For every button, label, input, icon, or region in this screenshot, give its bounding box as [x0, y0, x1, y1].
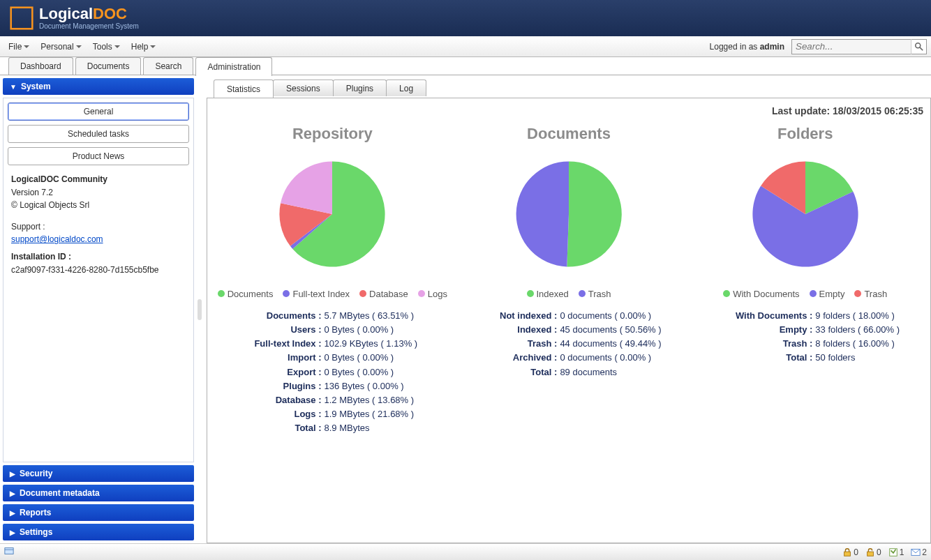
menu-tools[interactable]: Tools: [89, 39, 124, 54]
sidebar-section-reports[interactable]: ▶Reports: [3, 504, 194, 521]
logged-in-label: Logged in as admin: [710, 42, 784, 52]
status-messages[interactable]: 2: [911, 547, 927, 557]
sidebar-btn-general[interactable]: General: [8, 103, 189, 121]
svg-point-1: [915, 43, 920, 47]
chart-documents: DocumentsIndexedTrashNot indexed : 0 doc…: [451, 125, 687, 435]
last-update: Last update: 18/03/2015 06:25:35: [214, 105, 923, 116]
charts-row: RepositoryDocumentsFull-text IndexDataba…: [214, 125, 923, 435]
install-id: c2af9097-f331-4226-8280-7d155cb5fbe: [11, 264, 186, 277]
svg-rect-5: [844, 552, 851, 556]
content-area: ▼System General Scheduled tasks Product …: [0, 75, 931, 543]
subtab-statistics[interactable]: Statistics: [214, 80, 274, 98]
chevron-right-icon: ▶: [10, 490, 15, 497]
status-locked[interactable]: 0: [842, 547, 858, 557]
menu-file[interactable]: File: [4, 39, 33, 54]
status-task[interactable]: 1: [888, 547, 904, 557]
menu-personal[interactable]: Personal: [36, 39, 85, 54]
sidebar-section-body: General Scheduled tasks Product News Log…: [3, 98, 194, 462]
product-info: LogicalDOC Community Version 7.2 © Logic…: [8, 169, 189, 280]
legend-item: Trash: [854, 289, 887, 299]
chevron-right-icon: ▶: [10, 529, 15, 536]
subtab-log[interactable]: Log: [386, 80, 426, 96]
legend-item: With Documents: [723, 289, 799, 299]
mail-icon: [911, 547, 921, 557]
sidebar-section-security[interactable]: ▶Security: [3, 465, 194, 482]
subtab-sessions[interactable]: Sessions: [273, 80, 334, 96]
subtab-plugins[interactable]: Plugins: [333, 80, 387, 96]
tab-dashboard[interactable]: Dashboard: [8, 57, 73, 75]
chart-stats: With Documents : 9 folders ( 18.00% )Emp…: [710, 309, 900, 365]
chart-folders: FoldersWith DocumentsEmptyTrashWith Docu…: [687, 125, 923, 435]
main-panel: Statistics Sessions Plugins Log Last upd…: [202, 75, 931, 543]
chevron-down-icon: [76, 45, 82, 48]
legend-item: Empty: [810, 289, 845, 299]
legend-item: Full-text Index: [283, 289, 350, 299]
chevron-down-icon: [114, 45, 120, 48]
support-label: Support :: [11, 220, 186, 234]
install-id-label: Installation ID :: [11, 252, 71, 262]
chart-legend: With DocumentsEmptyTrash: [723, 289, 887, 299]
main-tabs: Dashboard Documents Search Administratio…: [0, 57, 931, 75]
chart-repository: RepositoryDocumentsFull-text IndexDataba…: [214, 125, 451, 435]
support-email-link[interactable]: support@logicaldoc.com: [11, 234, 103, 244]
chart-stats: Not indexed : 0 documents ( 0.00% )Index…: [476, 309, 661, 379]
app-header: LogicalDOC Document Management System: [0, 0, 931, 36]
product-version: Version 7.2: [11, 186, 186, 199]
search-box: [791, 39, 927, 54]
svg-line-2: [919, 47, 922, 50]
svg-rect-6: [867, 552, 874, 556]
chevron-down-icon: ▼: [10, 83, 17, 91]
legend-item: Database: [359, 289, 408, 299]
logo-text-2: DOC: [93, 5, 127, 22]
chevron-right-icon: ▶: [10, 470, 15, 478]
statusbar-left-icon[interactable]: [4, 546, 14, 558]
note-icon: [888, 547, 898, 557]
sidebar-section-system[interactable]: ▼System: [3, 78, 194, 95]
tab-administration[interactable]: Administration: [195, 57, 272, 76]
logo-subtitle: Document Management System: [39, 23, 139, 30]
chevron-down-icon: [24, 45, 29, 48]
chart-title: Repository: [292, 125, 373, 143]
sidebar: ▼System General Scheduled tasks Product …: [0, 75, 197, 543]
pie-chart: [269, 151, 395, 279]
statistics-panel: Last update: 18/03/2015 06:25:35 Reposit…: [207, 98, 931, 543]
logo: LogicalDOC Document Management System: [10, 6, 139, 30]
svg-rect-0: [11, 8, 33, 29]
legend-item: Trash: [579, 289, 611, 299]
sidebar-btn-news[interactable]: Product News: [8, 147, 189, 165]
product-name: LogicalDOC Community: [11, 174, 107, 184]
status-unlocked[interactable]: 0: [865, 547, 881, 557]
chart-legend: DocumentsFull-text IndexDatabaseLogs: [218, 289, 447, 299]
chart-stats: Documents : 5.7 MBytes ( 63.51% )Users :…: [247, 309, 417, 435]
chevron-right-icon: ▶: [10, 509, 15, 517]
splitter-handle[interactable]: [197, 75, 202, 543]
legend-item: Indexed: [527, 289, 569, 299]
logo-icon: [10, 6, 33, 30]
chevron-down-icon: [150, 45, 156, 48]
search-button[interactable]: [911, 39, 926, 54]
search-input[interactable]: [792, 40, 911, 53]
chart-legend: IndexedTrash: [527, 289, 611, 299]
search-icon: [914, 42, 924, 52]
logo-text-1: Logical: [39, 5, 93, 22]
current-user: admin: [760, 42, 784, 52]
sidebar-section-metadata[interactable]: ▶Document metadata: [3, 485, 194, 501]
statusbar: 0 0 1 2: [0, 543, 931, 560]
chart-title: Documents: [527, 125, 611, 143]
menubar: File Personal Tools Help Logged in as ad…: [0, 36, 931, 57]
sidebar-btn-scheduled[interactable]: Scheduled tasks: [8, 125, 189, 143]
tab-search[interactable]: Search: [143, 57, 193, 75]
legend-item: Logs: [418, 289, 447, 299]
pie-chart: [743, 151, 868, 279]
menu-help[interactable]: Help: [127, 39, 161, 54]
tab-documents[interactable]: Documents: [75, 57, 142, 75]
product-copyright: © Logical Objects Srl: [11, 199, 186, 212]
chart-title: Folders: [777, 125, 833, 143]
sidebar-section-settings[interactable]: ▶Settings: [3, 524, 194, 540]
legend-item: Documents: [218, 289, 274, 299]
sub-tabs: Statistics Sessions Plugins Log: [207, 80, 931, 98]
unlock-icon: [865, 547, 875, 557]
pie-chart: [506, 151, 632, 279]
lock-icon: [842, 547, 852, 557]
svg-rect-3: [5, 548, 13, 554]
